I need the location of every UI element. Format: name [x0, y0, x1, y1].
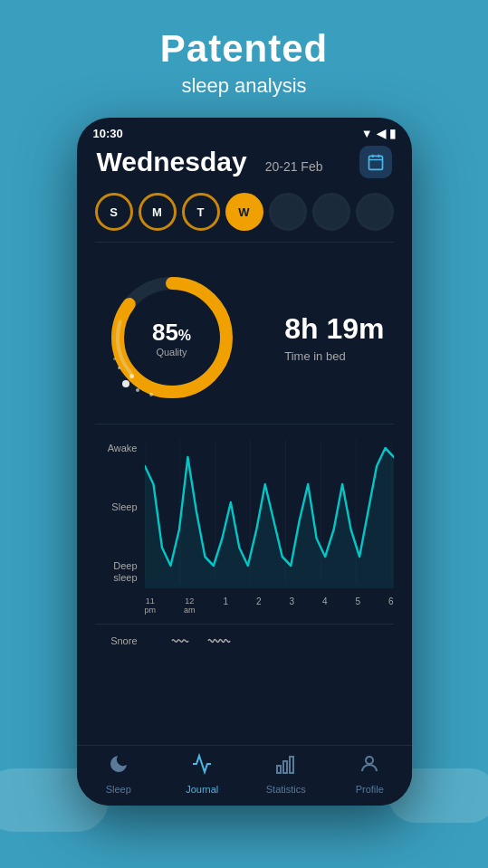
time-3: 3 [289, 596, 294, 615]
nav-label-statistics: Statistics [266, 784, 306, 795]
nav-item-profile[interactable]: Profile [328, 753, 412, 795]
svg-rect-16 [283, 761, 287, 773]
week-days: S M T W T F S [95, 193, 394, 243]
status-bar: 10:30 ▼ ◀ ▮ [77, 118, 412, 146]
status-icons: ▼ ◀ ▮ [361, 127, 396, 140]
svg-rect-15 [277, 766, 281, 773]
y-label-awake: Awake [95, 443, 145, 454]
y-label-deep-sleep: Deepsleep [95, 560, 145, 584]
moon-icon [108, 753, 129, 780]
donut-center: 85% Quality [152, 319, 191, 358]
day-circle-f[interactable]: F [312, 193, 350, 231]
day-circle-m[interactable]: M [139, 193, 177, 231]
nav-label-sleep: Sleep [106, 784, 131, 795]
sleep-quality-section: 85% Quality 8h 19m Time in bed [95, 261, 394, 424]
nav-item-journal[interactable]: Journal [160, 753, 244, 795]
time-5: 5 [355, 596, 360, 615]
time-11pm: 11 pm [145, 596, 157, 615]
header-section: Patented sleep analysis [0, 0, 488, 116]
date-range: 20-21 Feb [265, 159, 323, 174]
snore-label: Snore [95, 635, 145, 646]
calendar-button[interactable] [359, 146, 392, 178]
nav-label-profile: Profile [356, 784, 384, 795]
day-circle-s2[interactable]: S [356, 193, 394, 231]
svg-rect-0 [368, 156, 382, 169]
main-title: Patented [18, 27, 470, 71]
sleep-chart-section: Awake Sleep Deepsleep [95, 424, 394, 625]
time-labels-row: 11 pm 12 am 1 2 3 4 5 6 [95, 596, 394, 615]
time-labels: 11 pm 12 am 1 2 3 4 5 6 [145, 596, 394, 615]
snore-wave [145, 632, 394, 650]
quality-percent: 85% [152, 319, 191, 347]
pulse-icon [191, 753, 213, 780]
wifi-icon: ▼ [361, 127, 373, 140]
time-1: 1 [223, 596, 228, 615]
day-circle-w[interactable]: W [225, 193, 263, 231]
nav-item-sleep[interactable]: Sleep [77, 753, 161, 795]
nav-item-statistics[interactable]: Statistics [244, 753, 329, 795]
phone-frame: 10:30 ▼ ◀ ▮ Wednesday 20-21 Feb [77, 118, 412, 806]
donut-chart: 85% Quality [104, 270, 240, 405]
time-6: 6 [388, 596, 394, 615]
signal-icon: ◀ [377, 127, 386, 140]
day-header: Wednesday 20-21 Feb [95, 146, 394, 178]
battery-icon: ▮ [389, 127, 396, 140]
main-subtitle: sleep analysis [18, 74, 470, 98]
y-label-sleep: Sleep [95, 501, 145, 513]
day-title: Wednesday [97, 147, 247, 177]
day-circle-s1[interactable]: S [95, 193, 133, 231]
time-2: 2 [256, 596, 262, 615]
nav-label-journal: Journal [186, 784, 218, 795]
sleep-chart-area [145, 439, 394, 593]
day-circle-t1[interactable]: T [182, 193, 220, 231]
bar-chart-icon [275, 753, 297, 780]
phone-content: Wednesday 20-21 Feb S M T [77, 146, 412, 657]
time-12am: 12 am [184, 596, 196, 615]
sleep-info: 8h 19m Time in bed [284, 312, 384, 363]
time-in-bed-label: Time in bed [284, 349, 384, 363]
day-circle-t2[interactable]: T [269, 193, 307, 231]
svg-point-18 [366, 757, 373, 764]
bottom-nav: Sleep Journal Statistics [77, 745, 412, 806]
time-4: 4 [322, 596, 328, 615]
person-icon [359, 753, 380, 780]
quality-label: Quality [152, 347, 191, 358]
svg-rect-17 [290, 757, 293, 773]
time-in-bed: 8h 19m [284, 312, 384, 346]
status-time: 10:30 [93, 127, 123, 140]
snore-row: Snore [95, 625, 394, 657]
